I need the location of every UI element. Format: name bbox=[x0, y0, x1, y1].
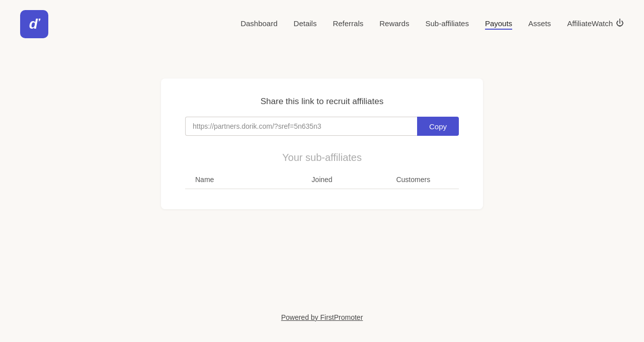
nav-rewards[interactable]: Rewards bbox=[379, 19, 409, 30]
nav-assets[interactable]: Assets bbox=[528, 19, 551, 30]
main-nav: Dashboard Details Referrals Rewards Sub-… bbox=[240, 19, 624, 30]
sub-affiliates-title: Your sub-affiliates bbox=[185, 152, 459, 163]
copy-button[interactable]: Copy bbox=[417, 117, 459, 136]
main-card: Share this link to recruit affiliates Co… bbox=[161, 78, 483, 209]
nav-referrals[interactable]: Referrals bbox=[333, 19, 363, 30]
powered-by-link[interactable]: Powered by FirstPromoter bbox=[281, 313, 363, 321]
affiliate-link-input[interactable] bbox=[185, 117, 417, 136]
link-row: Copy bbox=[185, 117, 459, 136]
card-title: Share this link to recruit affiliates bbox=[185, 97, 459, 107]
nav-dashboard[interactable]: Dashboard bbox=[240, 19, 277, 30]
col-customers: Customers bbox=[368, 176, 459, 184]
logo: ď bbox=[20, 10, 48, 38]
nav-payouts[interactable]: Payouts bbox=[485, 19, 512, 30]
affiliate-watch-label: AffiliateWatch bbox=[567, 19, 613, 28]
nav-sub-affiliates[interactable]: Sub-affiliates bbox=[425, 19, 468, 30]
footer: Powered by FirstPromoter bbox=[0, 313, 644, 322]
nav-details[interactable]: Details bbox=[294, 19, 317, 30]
table-header: Name Joined Customers bbox=[185, 176, 459, 189]
logo-icon: ď bbox=[29, 17, 40, 31]
nav-affiliate-watch[interactable]: AffiliateWatch ⏻ bbox=[567, 19, 624, 30]
power-icon: ⏻ bbox=[616, 19, 624, 28]
col-name: Name bbox=[185, 176, 276, 184]
col-joined: Joined bbox=[276, 176, 367, 184]
